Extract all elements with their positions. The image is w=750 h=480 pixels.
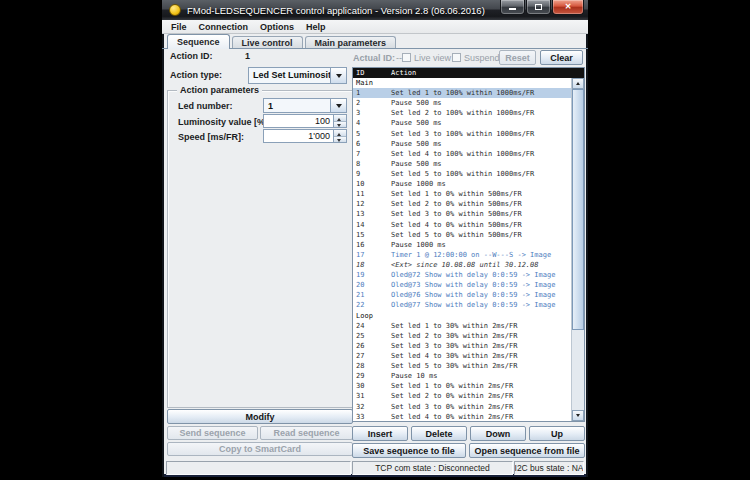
sequence-row[interactable]: 14Set led 4 to 0% within 500ms/FR — [353, 220, 571, 230]
open-sequence-button[interactable]: Open sequence from file — [469, 443, 585, 458]
sequence-row[interactable]: 17Timer 1 @ 12:00:00 on --W---S -> Image — [353, 250, 571, 260]
tab-live-control[interactable]: Live control — [232, 36, 303, 48]
delete-button[interactable]: Delete — [411, 426, 467, 441]
sequence-row[interactable]: 18<Ext> since 10.08.08 until 30.12.08 — [353, 260, 571, 270]
row-action-text: Set led 3 to 0% within 2ms/FR — [391, 402, 571, 412]
scroll-down-button[interactable] — [572, 410, 584, 421]
sequence-row[interactable]: 13Set led 3 to 0% within 500ms/FR — [353, 209, 571, 219]
modify-button[interactable]: Modify — [167, 409, 353, 424]
sequence-row[interactable]: 5Set led 3 to 100% within 1000ms/FR — [353, 129, 571, 139]
row-id: Loop — [353, 311, 391, 321]
row-id: 17 — [353, 250, 391, 260]
app-icon — [169, 4, 181, 16]
row-action-text: Set led 4 to 0% within 2ms/FR — [391, 412, 571, 421]
sequence-row[interactable]: 11Set led 1 to 0% within 500ms/FR — [353, 189, 571, 199]
sequence-row[interactable]: 21Oled@76 Show with delay 0:0:59 -> Imag… — [353, 290, 571, 300]
row-id: 16 — [353, 240, 391, 250]
sequence-row[interactable]: 29Pause 10 ms — [353, 371, 571, 381]
suspend-label: Suspend — [464, 53, 500, 63]
titlebar[interactable]: FMod-LEDSEQUENCER control application - … — [162, 0, 588, 20]
row-id: 1 — [353, 88, 391, 98]
sequence-row[interactable]: 3Set led 2 to 100% within 1000ms/FR — [353, 108, 571, 118]
sequence-row[interactable]: 22Oled@77 Show with delay 0:0:59 -> Imag… — [353, 300, 571, 310]
sequence-row[interactable]: 8Pause 500 ms — [353, 159, 571, 169]
sequence-row[interactable]: 12Set led 2 to 0% within 500ms/FR — [353, 199, 571, 209]
sequence-row[interactable]: 26Set led 3 to 30% within 2ms/FR — [353, 341, 571, 351]
row-action-text: Timer 1 @ 12:00:00 on --W---S -> Image — [391, 250, 571, 260]
sequence-row[interactable]: 1Set led 1 to 100% within 1000ms/FR — [353, 88, 571, 98]
sequence-row[interactable]: 20Oled@73 Show with delay 0:0:59 -> Imag… — [353, 280, 571, 290]
send-sequence-button[interactable]: Send sequence — [167, 426, 258, 440]
sequence-row[interactable]: 9Set led 5 to 100% within 1000ms/FR — [353, 169, 571, 179]
row-id: 3 — [353, 108, 391, 118]
maximize-button[interactable] — [526, 0, 551, 15]
menu-item-file[interactable]: File — [165, 22, 193, 32]
up-button[interactable]: Up — [529, 426, 585, 441]
row-action-text: Set led 3 to 100% within 1000ms/FR — [391, 129, 571, 139]
row-action-text: Set led 4 to 100% within 1000ms/FR — [391, 149, 571, 159]
close-button[interactable]: ✕ — [552, 0, 584, 15]
sequence-row[interactable]: 19Oled@72 Show with delay 0:0:59 -> Imag… — [353, 270, 571, 280]
live-view-label: Live view — [414, 53, 451, 63]
row-id: 30 — [353, 381, 391, 391]
sequence-row[interactable]: 25Set led 2 to 30% within 2ms/FR — [353, 331, 571, 341]
tab-sequence[interactable]: Sequence — [167, 34, 230, 49]
chevron-down-icon[interactable] — [334, 137, 346, 143]
sequence-row[interactable]: 15Set led 5 to 0% within 500ms/FR — [353, 230, 571, 240]
sequence-row[interactable]: 32Set led 3 to 0% within 2ms/FR — [353, 402, 571, 412]
speed-spinner[interactable]: 1'000 — [263, 129, 347, 143]
clear-button[interactable]: Clear — [540, 50, 583, 65]
row-action-text: Set led 2 to 30% within 2ms/FR — [391, 331, 571, 341]
row-action-text: Set led 4 to 0% within 500ms/FR — [391, 220, 571, 230]
live-view-checkbox[interactable] — [402, 53, 411, 62]
save-sequence-button[interactable]: Save sequence to file — [352, 443, 466, 458]
chevron-down-icon[interactable] — [334, 122, 346, 128]
reset-button[interactable]: Reset — [499, 50, 536, 65]
minimize-button[interactable] — [500, 0, 525, 15]
sequence-row[interactable]: Loop — [353, 311, 571, 321]
speed-label: Speed [ms/FR]: — [178, 132, 244, 142]
menu-bar: FileConnectionOptionsHelp — [162, 20, 588, 34]
minimize-icon — [509, 8, 516, 10]
led-number-combobox[interactable]: 1 — [263, 98, 347, 113]
read-sequence-button[interactable]: Read sequence — [260, 426, 353, 440]
sequence-row[interactable]: 10Pause 1000 ms — [353, 179, 571, 189]
row-id: 12 — [353, 199, 391, 209]
sequence-row[interactable]: 30Set led 1 to 0% within 2ms/FR — [353, 381, 571, 391]
menu-item-options[interactable]: Options — [254, 22, 300, 32]
down-button[interactable]: Down — [470, 426, 526, 441]
menu-item-help[interactable]: Help — [300, 22, 332, 32]
sequence-row[interactable]: Main — [353, 78, 571, 88]
sequence-row[interactable]: 2Pause 500 ms — [353, 98, 571, 108]
scrollbar-thumb[interactable] — [572, 89, 584, 330]
row-action-text: Pause 1000 ms — [391, 179, 571, 189]
copy-to-smartcard-button[interactable]: Copy to SmartCard — [167, 442, 353, 456]
insert-button[interactable]: Insert — [352, 426, 408, 441]
sequence-list-rows: Main1Set led 1 to 100% within 1000ms/FR2… — [353, 78, 571, 421]
row-action-text: Set led 1 to 100% within 1000ms/FR — [391, 88, 571, 98]
action-type-combobox[interactable]: Led Set Luminosity — [248, 67, 347, 84]
scroll-up-button[interactable] — [572, 78, 584, 89]
sequence-row[interactable]: 31Set led 2 to 0% within 2ms/FR — [353, 391, 571, 401]
tab-main-parameters[interactable]: Main parameters — [305, 36, 397, 48]
sequence-row[interactable]: 16Pause 1000 ms — [353, 240, 571, 250]
sequence-row[interactable]: 4Pause 500 ms — [353, 118, 571, 128]
row-action-text: Pause 10 ms — [391, 371, 571, 381]
luminosity-spinner[interactable]: 100 — [263, 114, 347, 128]
row-action-text: Set led 5 to 30% within 2ms/FR — [391, 361, 571, 371]
sequence-row[interactable]: 33Set led 4 to 0% within 2ms/FR — [353, 412, 571, 421]
sequence-row[interactable]: 24Set led 1 to 30% within 2ms/FR — [353, 321, 571, 331]
chevron-down-icon[interactable] — [330, 68, 346, 83]
suspend-checkbox[interactable] — [452, 53, 461, 62]
row-id: 4 — [353, 118, 391, 128]
scrollbar[interactable] — [571, 78, 584, 421]
sequence-row[interactable]: 7Set led 4 to 100% within 1000ms/FR — [353, 149, 571, 159]
chevron-down-icon[interactable] — [330, 99, 346, 112]
sequence-row[interactable]: 6Pause 500 ms — [353, 139, 571, 149]
sequence-row[interactable]: 28Set led 5 to 30% within 2ms/FR — [353, 361, 571, 371]
sequence-row[interactable]: 27Set led 4 to 30% within 2ms/FR — [353, 351, 571, 361]
row-id: 8 — [353, 159, 391, 169]
maximize-icon — [535, 4, 542, 10]
row-action-text: Set led 5 to 100% within 1000ms/FR — [391, 169, 571, 179]
menu-item-connection[interactable]: Connection — [193, 22, 255, 32]
